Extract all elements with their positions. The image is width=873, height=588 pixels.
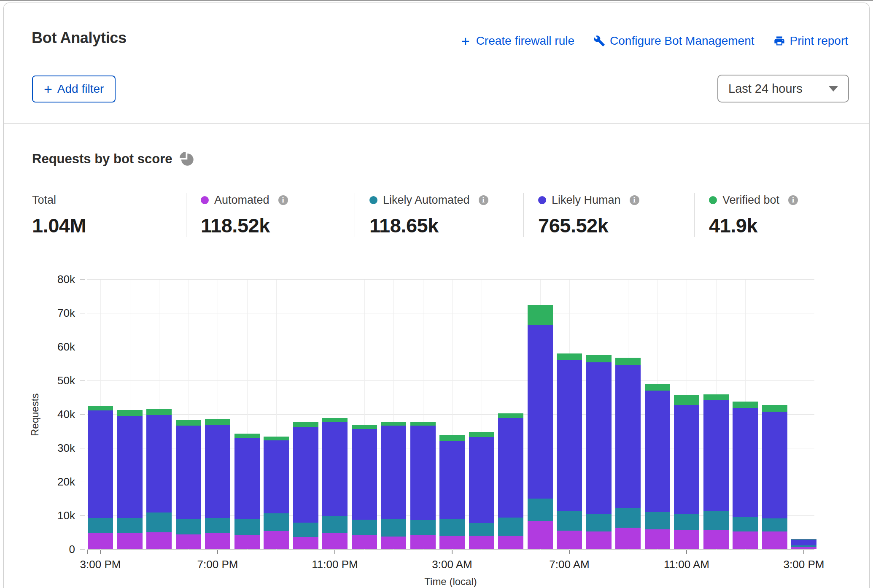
bar-5-8-00-pm[interactable] bbox=[234, 434, 260, 549]
bar-3-6-00-pm[interactable] bbox=[176, 420, 201, 549]
bar-4-7-00-pm[interactable] bbox=[205, 419, 230, 549]
bar-segment-automated[interactable] bbox=[381, 537, 406, 549]
bar-segment-automated[interactable] bbox=[703, 530, 729, 549]
bar-10-1-00-am[interactable] bbox=[381, 422, 406, 549]
bar-segment-likely-automated[interactable] bbox=[410, 520, 436, 535]
bar-segment-likely-human[interactable] bbox=[117, 416, 143, 518]
action-configure-bot-management[interactable]: Configure Bot Management bbox=[593, 34, 754, 48]
bar-segment-likely-automated[interactable] bbox=[762, 518, 787, 531]
bar-8-11-00-pm[interactable] bbox=[322, 418, 348, 549]
bar-segment-verified-bot[interactable] bbox=[439, 435, 465, 441]
bar-22-1-00-pm[interactable] bbox=[733, 402, 758, 549]
bar-segment-likely-human[interactable] bbox=[410, 426, 436, 520]
bar-segment-verified-bot[interactable] bbox=[352, 425, 377, 429]
bar-segment-likely-automated[interactable] bbox=[615, 508, 641, 528]
bar-segment-likely-automated[interactable] bbox=[645, 512, 670, 529]
bar-21-12-00-pm[interactable] bbox=[703, 394, 729, 549]
bar-segment-verified-bot[interactable] bbox=[645, 384, 670, 391]
bar-segment-likely-automated[interactable] bbox=[733, 517, 758, 531]
bar-segment-automated[interactable] bbox=[293, 537, 318, 549]
bar-segment-verified-bot[interactable] bbox=[703, 394, 729, 400]
bar-11-2-00-am[interactable] bbox=[410, 422, 436, 549]
bar-segment-likely-human[interactable] bbox=[469, 437, 494, 523]
bar-segment-likely-human[interactable] bbox=[615, 365, 641, 507]
bar-segment-likely-human[interactable] bbox=[176, 426, 201, 519]
bar-18-9-00-am[interactable] bbox=[615, 358, 641, 549]
bar-segment-verified-bot[interactable] bbox=[234, 434, 260, 438]
bar-segment-automated[interactable] bbox=[264, 531, 289, 549]
bar-segment-likely-human[interactable] bbox=[439, 441, 465, 519]
bar-segment-automated[interactable] bbox=[791, 547, 816, 549]
bar-13-4-00-am[interactable] bbox=[469, 432, 494, 549]
info-icon[interactable]: i bbox=[278, 195, 288, 205]
bar-segment-likely-automated[interactable] bbox=[293, 523, 318, 537]
bar-segment-likely-automated[interactable] bbox=[322, 516, 348, 532]
info-icon[interactable]: i bbox=[788, 195, 798, 205]
bar-20-11-00-am[interactable] bbox=[674, 395, 699, 549]
bar-2-5-00-pm[interactable] bbox=[146, 409, 172, 549]
bar-segment-automated[interactable] bbox=[762, 531, 787, 549]
bar-segment-likely-human[interactable] bbox=[762, 412, 787, 518]
bar-segment-likely-human[interactable] bbox=[528, 325, 553, 499]
bar-segment-automated[interactable] bbox=[322, 533, 348, 549]
bar-segment-automated[interactable] bbox=[176, 534, 201, 549]
bar-segment-automated[interactable] bbox=[234, 535, 260, 549]
bar-segment-likely-automated[interactable] bbox=[264, 513, 289, 531]
bar-6-9-00-pm[interactable] bbox=[264, 437, 289, 549]
bar-segment-automated[interactable] bbox=[146, 532, 172, 549]
bar-14-5-00-am[interactable] bbox=[498, 413, 523, 549]
bar-16-7-00-am[interactable] bbox=[557, 353, 582, 549]
bar-segment-verified-bot[interactable] bbox=[410, 422, 436, 426]
bar-segment-verified-bot[interactable] bbox=[586, 355, 612, 362]
bar-segment-verified-bot[interactable] bbox=[469, 432, 494, 437]
bar-1-4-00-pm[interactable] bbox=[117, 410, 143, 549]
bar-segment-likely-automated[interactable] bbox=[674, 514, 699, 530]
bar-23-2-00-pm[interactable] bbox=[762, 405, 787, 549]
bar-segment-automated[interactable] bbox=[439, 536, 465, 549]
bar-9-12-00-am[interactable] bbox=[352, 425, 377, 549]
action-create-firewall-rule[interactable]: +Create firewall rule bbox=[459, 34, 574, 48]
bar-segment-likely-human[interactable] bbox=[733, 408, 758, 517]
bar-segment-likely-human[interactable] bbox=[234, 438, 260, 519]
info-icon[interactable]: i bbox=[479, 195, 488, 205]
bar-segment-verified-bot[interactable] bbox=[528, 305, 553, 325]
bar-24-3-00-pm[interactable] bbox=[791, 539, 816, 549]
info-icon[interactable]: i bbox=[630, 195, 639, 205]
bar-segment-likely-automated[interactable] bbox=[498, 518, 523, 536]
bar-segment-likely-human[interactable] bbox=[645, 391, 670, 512]
bar-segment-likely-human[interactable] bbox=[703, 400, 729, 511]
bar-segment-likely-automated[interactable] bbox=[176, 519, 201, 534]
bar-segment-likely-human[interactable] bbox=[88, 410, 113, 518]
bar-segment-verified-bot[interactable] bbox=[381, 422, 406, 426]
bar-segment-automated[interactable] bbox=[645, 529, 670, 549]
bar-segment-automated[interactable] bbox=[586, 531, 612, 549]
bar-segment-likely-automated[interactable] bbox=[205, 518, 230, 533]
bar-segment-likely-human[interactable] bbox=[557, 360, 582, 511]
bar-segment-verified-bot[interactable] bbox=[293, 422, 318, 427]
bar-segment-likely-automated[interactable] bbox=[586, 514, 612, 531]
bar-segment-likely-automated[interactable] bbox=[146, 512, 172, 532]
bar-segment-likely-automated[interactable] bbox=[439, 519, 465, 536]
bar-segment-verified-bot[interactable] bbox=[557, 353, 582, 360]
bar-segment-verified-bot[interactable] bbox=[615, 358, 641, 365]
bar-segment-automated[interactable] bbox=[557, 531, 582, 549]
bar-segment-likely-human[interactable] bbox=[293, 427, 318, 523]
action-print-report[interactable]: Print report bbox=[773, 34, 849, 48]
add-filter-button[interactable]: + Add filter bbox=[32, 76, 116, 102]
bar-17-8-00-am[interactable] bbox=[586, 355, 612, 549]
bar-segment-automated[interactable] bbox=[615, 528, 641, 549]
bar-segment-likely-automated[interactable] bbox=[703, 511, 729, 530]
bar-segment-likely-human[interactable] bbox=[205, 425, 230, 518]
bar-segment-verified-bot[interactable] bbox=[762, 405, 787, 412]
bar-segment-likely-automated[interactable] bbox=[234, 519, 260, 535]
bar-segment-automated[interactable] bbox=[117, 533, 143, 549]
time-range-select[interactable]: Last 24 hours bbox=[717, 75, 849, 102]
bar-segment-automated[interactable] bbox=[88, 533, 113, 549]
bar-segment-automated[interactable] bbox=[674, 530, 699, 549]
bar-19-10-00-am[interactable] bbox=[645, 384, 670, 549]
bar-segment-verified-bot[interactable] bbox=[322, 418, 348, 422]
bar-segment-likely-automated[interactable] bbox=[352, 520, 377, 534]
bar-segment-automated[interactable] bbox=[469, 536, 494, 549]
bar-segment-verified-bot[interactable] bbox=[264, 437, 289, 441]
bar-segment-automated[interactable] bbox=[205, 533, 230, 549]
